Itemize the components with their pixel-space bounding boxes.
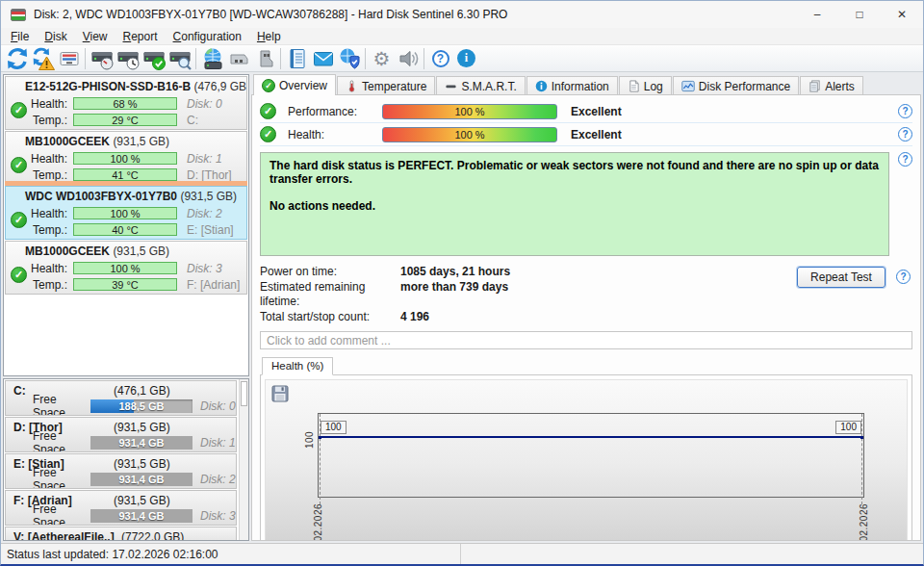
tab-alerts[interactable]: Alerts [800,76,863,95]
tab-temperature[interactable]: Temperature [337,76,435,95]
tab-information[interactable]: Information [526,76,618,95]
status-help-icon[interactable]: ? [898,152,912,167]
partition-size: (931,5 GB) [114,421,170,434]
usb-adapter-icon[interactable] [251,46,277,71]
disk-search-icon[interactable] [167,46,192,71]
toolbar-separator [424,48,424,69]
disk-accept-icon[interactable] [141,46,167,71]
temp-gauge: 41 °C [73,168,177,181]
performance-label: Performance: [282,105,382,118]
x-axis-label-left: 16.02.2026 [313,502,323,541]
disk-name: MB1000GCEEK [25,135,110,148]
x-axis-label-right: 17.02.2026 [859,502,869,541]
partition-item-1[interactable]: D: [Thor](931,5 GB) Free Space 931,4 GB … [5,417,237,452]
disk-number: Disk: 1 [192,436,236,450]
partition-name: V: [AetherealFile..] [13,530,121,541]
value-marker-right: 100 [835,421,861,434]
help-icon[interactable]: ? [427,46,453,71]
app-window: Disk: 2, WDC WD1003FBYX-01Y7B0 [WD-WCAW3… [0,0,924,566]
tab-smart[interactable]: S.M.A.R.T. [436,76,525,95]
partition-size: (931,5 GB) [114,494,170,507]
disk-list-item-0[interactable]: E12-512G-PHISON-SSD-B16-B (476,9 GB) ✓ H… [5,76,247,130]
main-area: E12-512G-PHISON-SSD-B16-B (476,9 GB) ✓ H… [1,72,923,543]
temp-gauge: 29 °C [73,114,177,126]
temp-label: Temp.: [31,223,73,237]
free-space-label: Free Space [33,393,87,416]
refresh-analyze-icon[interactable] [30,46,56,71]
disk-list-item-1[interactable]: MB1000GCEEK (931,5 GB) ✓ Health: 100 % D… [5,131,247,185]
performance-rating: Excellent [571,105,622,118]
repeat-test-button[interactable]: Repeat Test [797,267,886,288]
menu-configuration[interactable]: Configuration [166,29,249,44]
menu-disk[interactable]: Disk [37,29,74,44]
disk-ok-icon: ✓ [11,102,27,118]
tabstrip: ✓ Overview Temperature S.M.A.R.T. Inform… [251,74,921,95]
partition-item-4[interactable]: V: [AetherealFile..](7722,0 GB) [5,527,237,541]
info-icon[interactable]: i [453,46,479,71]
network-drive-icon[interactable] [199,46,225,71]
repeat-test-help-icon[interactable]: ? [896,270,911,284]
window-controls: – □ ✕ [796,1,923,28]
disk-number: Disk: 3 [192,509,236,523]
detect-disks-icon[interactable] [56,46,82,71]
toolbar: ⚙ ? i [1,44,923,72]
tab-log[interactable]: Log [619,76,672,95]
scrollbar-thumb[interactable] [241,381,247,406]
connector-icon[interactable] [225,46,251,71]
disk-number: Disk: 3 [177,262,222,275]
performance-ok-icon: ✓ [260,103,276,119]
status-line-1: The hard disk status is PERFECT. Problem… [270,159,880,186]
health-label: Health: [31,207,73,220]
partition-item-2[interactable]: E: [Stian](931,5 GB) Free Space 931,4 GB… [5,453,237,489]
partition-scrollbar[interactable] [239,379,248,540]
health-label: Health: [282,128,382,142]
network-shield-icon[interactable] [336,46,362,71]
health-gauge: 100 % [73,207,177,219]
free-space-bar: 931,4 GB [90,473,192,486]
health-help-icon[interactable]: ? [898,127,912,142]
stat-value: 4 196 [400,310,912,324]
log-page-icon [628,80,640,92]
toolbar-separator [280,48,281,69]
sound-alerts-icon[interactable] [395,46,421,71]
menu-report[interactable]: Report [116,29,166,44]
settings-gear-icon[interactable]: ⚙ [369,46,395,71]
refresh-icon[interactable] [4,46,30,71]
disk-gauge-icon[interactable] [89,46,115,71]
health-chart-tab[interactable]: Health (%) [262,357,333,375]
performance-help-icon[interactable]: ? [898,104,912,118]
comment-input[interactable] [260,331,912,349]
menu-file[interactable]: File [3,29,37,44]
menu-view[interactable]: View [75,29,116,44]
drive-letter: C: [177,114,198,127]
titlebar: Disk: 2, WDC WD1003FBYX-01Y7B0 [WD-WCAW3… [1,1,923,28]
partition-item-3[interactable]: F: [Adrian](931,5 GB) Free Space 931,4 G… [5,490,237,526]
value-marker-left: 100 [321,421,346,434]
disk-clock-icon[interactable] [115,46,141,71]
health-chart-panel: 100 100 100 16.02.2026 17.02.2026 [260,374,912,541]
disk-list-item-3[interactable]: MB1000GCEEK (931,5 GB) ✓ Health: 100 % D… [5,241,247,295]
menu-help[interactable]: Help [249,29,289,44]
performance-chart-icon [681,80,695,92]
partition-item-0[interactable]: C:(476,1 GB) Free Space 188,5 GB Disk: 0 [5,380,237,416]
disk-list-item-2-selected[interactable]: WDC WD1003FBYX-01Y7B0 (931,5 GB) ✓ Healt… [5,186,247,240]
minimize-button[interactable]: – [796,1,838,28]
health-meter: 100 % [382,127,557,142]
status-line-2: No actions needed. [270,199,880,213]
close-button[interactable]: ✕ [881,1,923,28]
free-space-label: Free Space [33,502,87,526]
disk-list-panel: E12-512G-PHISON-SSD-B16-B (476,9 GB) ✓ H… [3,74,249,376]
menubar: File Disk View Report Configuration Help [1,28,923,44]
save-chart-icon[interactable] [271,385,289,402]
send-mail-icon[interactable] [310,46,336,71]
app-icon [11,9,26,21]
maximize-button[interactable]: □ [838,1,881,28]
free-space-bar: 931,4 GB [90,509,192,523]
tab-overview[interactable]: ✓ Overview [253,74,336,95]
partition-size: (7722,0 GB) [121,530,184,541]
disk-size: (931,5 GB) [113,135,169,148]
temp-gauge: 40 °C [73,223,177,236]
report-icon[interactable] [284,46,310,71]
stats-section: Power on time: 1085 days, 21 hours Estim… [260,265,912,324]
tab-disk-performance[interactable]: Disk Performance [673,76,799,95]
